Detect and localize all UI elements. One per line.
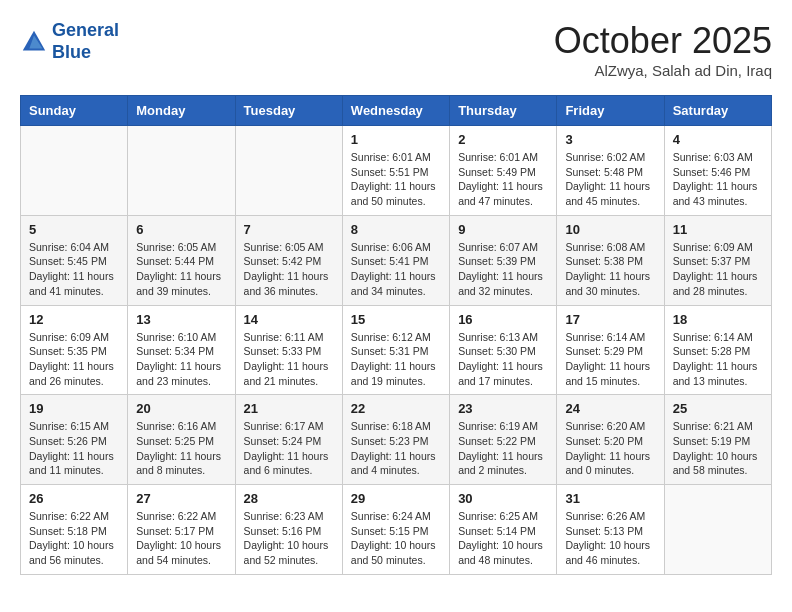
calendar-header-sunday: Sunday	[21, 96, 128, 126]
day-number: 24	[565, 401, 655, 416]
calendar-header-wednesday: Wednesday	[342, 96, 449, 126]
calendar-table: SundayMondayTuesdayWednesdayThursdayFrid…	[20, 95, 772, 575]
calendar-cell: 9Sunrise: 6:07 AM Sunset: 5:39 PM Daylig…	[450, 215, 557, 305]
calendar-cell: 13Sunrise: 6:10 AM Sunset: 5:34 PM Dayli…	[128, 305, 235, 395]
calendar-cell: 20Sunrise: 6:16 AM Sunset: 5:25 PM Dayli…	[128, 395, 235, 485]
day-info: Sunrise: 6:08 AM Sunset: 5:38 PM Dayligh…	[565, 240, 655, 299]
month-title: October 2025	[554, 20, 772, 62]
day-info: Sunrise: 6:06 AM Sunset: 5:41 PM Dayligh…	[351, 240, 441, 299]
day-number: 6	[136, 222, 226, 237]
day-number: 19	[29, 401, 119, 416]
day-number: 11	[673, 222, 763, 237]
day-info: Sunrise: 6:15 AM Sunset: 5:26 PM Dayligh…	[29, 419, 119, 478]
day-number: 14	[244, 312, 334, 327]
day-info: Sunrise: 6:21 AM Sunset: 5:19 PM Dayligh…	[673, 419, 763, 478]
day-info: Sunrise: 6:09 AM Sunset: 5:37 PM Dayligh…	[673, 240, 763, 299]
calendar-header-monday: Monday	[128, 96, 235, 126]
day-info: Sunrise: 6:23 AM Sunset: 5:16 PM Dayligh…	[244, 509, 334, 568]
day-info: Sunrise: 6:13 AM Sunset: 5:30 PM Dayligh…	[458, 330, 548, 389]
calendar-cell: 23Sunrise: 6:19 AM Sunset: 5:22 PM Dayli…	[450, 395, 557, 485]
day-number: 10	[565, 222, 655, 237]
day-number: 28	[244, 491, 334, 506]
day-info: Sunrise: 6:14 AM Sunset: 5:28 PM Dayligh…	[673, 330, 763, 389]
day-info: Sunrise: 6:18 AM Sunset: 5:23 PM Dayligh…	[351, 419, 441, 478]
day-number: 22	[351, 401, 441, 416]
location: AlZwya, Salah ad Din, Iraq	[554, 62, 772, 79]
calendar-header-row: SundayMondayTuesdayWednesdayThursdayFrid…	[21, 96, 772, 126]
day-number: 21	[244, 401, 334, 416]
day-number: 29	[351, 491, 441, 506]
day-number: 17	[565, 312, 655, 327]
day-number: 23	[458, 401, 548, 416]
calendar-cell: 29Sunrise: 6:24 AM Sunset: 5:15 PM Dayli…	[342, 485, 449, 575]
day-info: Sunrise: 6:10 AM Sunset: 5:34 PM Dayligh…	[136, 330, 226, 389]
day-number: 15	[351, 312, 441, 327]
day-info: Sunrise: 6:09 AM Sunset: 5:35 PM Dayligh…	[29, 330, 119, 389]
day-info: Sunrise: 6:14 AM Sunset: 5:29 PM Dayligh…	[565, 330, 655, 389]
day-number: 31	[565, 491, 655, 506]
calendar-cell: 28Sunrise: 6:23 AM Sunset: 5:16 PM Dayli…	[235, 485, 342, 575]
day-info: Sunrise: 6:05 AM Sunset: 5:42 PM Dayligh…	[244, 240, 334, 299]
calendar-cell: 25Sunrise: 6:21 AM Sunset: 5:19 PM Dayli…	[664, 395, 771, 485]
day-number: 27	[136, 491, 226, 506]
calendar-cell	[664, 485, 771, 575]
calendar-cell	[235, 126, 342, 216]
day-info: Sunrise: 6:17 AM Sunset: 5:24 PM Dayligh…	[244, 419, 334, 478]
day-info: Sunrise: 6:26 AM Sunset: 5:13 PM Dayligh…	[565, 509, 655, 568]
calendar-cell: 1Sunrise: 6:01 AM Sunset: 5:51 PM Daylig…	[342, 126, 449, 216]
calendar-cell: 15Sunrise: 6:12 AM Sunset: 5:31 PM Dayli…	[342, 305, 449, 395]
day-number: 1	[351, 132, 441, 147]
calendar-cell: 6Sunrise: 6:05 AM Sunset: 5:44 PM Daylig…	[128, 215, 235, 305]
day-info: Sunrise: 6:04 AM Sunset: 5:45 PM Dayligh…	[29, 240, 119, 299]
title-block: October 2025 AlZwya, Salah ad Din, Iraq	[554, 20, 772, 79]
logo-text: General Blue	[52, 20, 119, 63]
calendar-cell: 14Sunrise: 6:11 AM Sunset: 5:33 PM Dayli…	[235, 305, 342, 395]
day-number: 3	[565, 132, 655, 147]
day-number: 2	[458, 132, 548, 147]
day-number: 20	[136, 401, 226, 416]
calendar-cell: 3Sunrise: 6:02 AM Sunset: 5:48 PM Daylig…	[557, 126, 664, 216]
day-number: 9	[458, 222, 548, 237]
calendar-week-row: 19Sunrise: 6:15 AM Sunset: 5:26 PM Dayli…	[21, 395, 772, 485]
day-number: 12	[29, 312, 119, 327]
day-info: Sunrise: 6:16 AM Sunset: 5:25 PM Dayligh…	[136, 419, 226, 478]
logo-icon	[20, 28, 48, 56]
calendar-cell: 12Sunrise: 6:09 AM Sunset: 5:35 PM Dayli…	[21, 305, 128, 395]
day-info: Sunrise: 6:24 AM Sunset: 5:15 PM Dayligh…	[351, 509, 441, 568]
day-number: 5	[29, 222, 119, 237]
day-info: Sunrise: 6:02 AM Sunset: 5:48 PM Dayligh…	[565, 150, 655, 209]
calendar-cell: 7Sunrise: 6:05 AM Sunset: 5:42 PM Daylig…	[235, 215, 342, 305]
calendar-header-friday: Friday	[557, 96, 664, 126]
calendar-cell: 26Sunrise: 6:22 AM Sunset: 5:18 PM Dayli…	[21, 485, 128, 575]
calendar-cell: 18Sunrise: 6:14 AM Sunset: 5:28 PM Dayli…	[664, 305, 771, 395]
calendar-cell: 24Sunrise: 6:20 AM Sunset: 5:20 PM Dayli…	[557, 395, 664, 485]
calendar-week-row: 1Sunrise: 6:01 AM Sunset: 5:51 PM Daylig…	[21, 126, 772, 216]
calendar-cell: 27Sunrise: 6:22 AM Sunset: 5:17 PM Dayli…	[128, 485, 235, 575]
day-info: Sunrise: 6:22 AM Sunset: 5:18 PM Dayligh…	[29, 509, 119, 568]
calendar-week-row: 12Sunrise: 6:09 AM Sunset: 5:35 PM Dayli…	[21, 305, 772, 395]
calendar-cell	[21, 126, 128, 216]
calendar-cell: 17Sunrise: 6:14 AM Sunset: 5:29 PM Dayli…	[557, 305, 664, 395]
day-info: Sunrise: 6:20 AM Sunset: 5:20 PM Dayligh…	[565, 419, 655, 478]
day-number: 8	[351, 222, 441, 237]
calendar-cell: 16Sunrise: 6:13 AM Sunset: 5:30 PM Dayli…	[450, 305, 557, 395]
calendar-header-tuesday: Tuesday	[235, 96, 342, 126]
day-info: Sunrise: 6:19 AM Sunset: 5:22 PM Dayligh…	[458, 419, 548, 478]
day-info: Sunrise: 6:05 AM Sunset: 5:44 PM Dayligh…	[136, 240, 226, 299]
day-info: Sunrise: 6:03 AM Sunset: 5:46 PM Dayligh…	[673, 150, 763, 209]
day-info: Sunrise: 6:07 AM Sunset: 5:39 PM Dayligh…	[458, 240, 548, 299]
day-number: 30	[458, 491, 548, 506]
day-info: Sunrise: 6:11 AM Sunset: 5:33 PM Dayligh…	[244, 330, 334, 389]
day-number: 26	[29, 491, 119, 506]
calendar-week-row: 5Sunrise: 6:04 AM Sunset: 5:45 PM Daylig…	[21, 215, 772, 305]
calendar-cell: 21Sunrise: 6:17 AM Sunset: 5:24 PM Dayli…	[235, 395, 342, 485]
calendar-cell: 11Sunrise: 6:09 AM Sunset: 5:37 PM Dayli…	[664, 215, 771, 305]
calendar-cell: 2Sunrise: 6:01 AM Sunset: 5:49 PM Daylig…	[450, 126, 557, 216]
day-number: 7	[244, 222, 334, 237]
day-info: Sunrise: 6:01 AM Sunset: 5:49 PM Dayligh…	[458, 150, 548, 209]
day-number: 13	[136, 312, 226, 327]
calendar-cell: 4Sunrise: 6:03 AM Sunset: 5:46 PM Daylig…	[664, 126, 771, 216]
day-number: 16	[458, 312, 548, 327]
calendar-cell: 31Sunrise: 6:26 AM Sunset: 5:13 PM Dayli…	[557, 485, 664, 575]
day-number: 18	[673, 312, 763, 327]
